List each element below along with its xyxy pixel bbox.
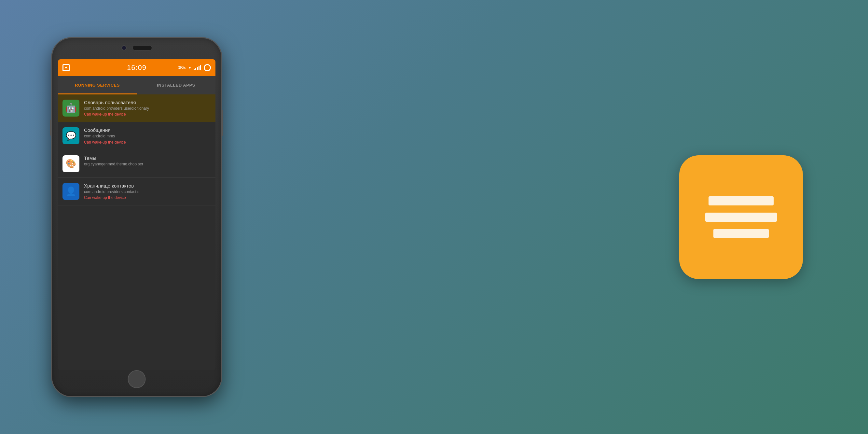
app-icon-line-1 <box>709 196 774 206</box>
app-list: Словарь пользователя com.android.provide… <box>58 94 215 206</box>
app-name: Хранилище контактов <box>84 183 211 188</box>
app-info: Словарь пользователя com.android.provide… <box>84 100 211 117</box>
app-icon-themes <box>62 155 80 172</box>
tab-active-indicator <box>58 93 137 94</box>
network-icon: ▾ <box>189 65 191 70</box>
phone-volume-button <box>50 120 52 136</box>
app-package: com.android.providers.userdic tionary <box>84 106 211 111</box>
app-icon-messages <box>62 127 80 144</box>
app-info: Хранилище контактов com.android.provider… <box>84 183 211 200</box>
battery-icon <box>204 64 211 71</box>
signal-bar-4 <box>198 66 199 70</box>
list-item[interactable]: Сообщения com.android.mms Can wake-up th… <box>58 122 215 150</box>
phone-screen: 16:09 0B/s ▾ RUNNING SE <box>58 59 215 370</box>
tab-running-services[interactable]: RUNNING SERVICES <box>58 76 137 94</box>
app-wake-label: Can wake-up the device <box>84 140 211 145</box>
phone-mockup: 16:09 0B/s ▾ RUNNING SE <box>52 38 221 396</box>
phone-home-button[interactable] <box>128 370 146 388</box>
list-item[interactable]: Словарь пользователя com.android.provide… <box>58 94 215 122</box>
signal-bars <box>194 65 201 70</box>
app-name: Словарь пользователя <box>84 100 211 105</box>
status-bar-left <box>62 64 70 71</box>
app-name: Сообщения <box>84 127 211 133</box>
app-info: Темы org.cyanogenmod.theme.choo ser <box>84 155 211 168</box>
signal-bar-5 <box>200 65 201 70</box>
notification-icon <box>62 64 70 71</box>
list-item[interactable]: Темы org.cyanogenmod.theme.choo ser <box>58 150 215 178</box>
app-wake-label: Can wake-up the device <box>84 195 211 200</box>
list-item[interactable]: Хранилище контактов com.android.provider… <box>58 178 215 206</box>
tabs-bar: RUNNING SERVICES INSTALLED APPS <box>58 76 215 94</box>
app-icon-display <box>679 155 803 279</box>
signal-bar-2 <box>195 68 196 70</box>
signal-bar-3 <box>197 67 198 70</box>
phone-camera <box>121 45 127 51</box>
phone-body: 16:09 0B/s ▾ RUNNING SE <box>52 38 221 396</box>
app-icon-android <box>62 100 80 117</box>
app-icon-line-2 <box>705 213 777 222</box>
phone-top-bar <box>121 45 152 51</box>
app-package: org.cyanogenmod.theme.choo ser <box>84 162 211 167</box>
app-icon-line-3 <box>713 229 769 238</box>
app-wake-label: Can wake-up the device <box>84 112 211 117</box>
app-package: com.android.providers.contact s <box>84 189 211 195</box>
app-package: com.android.mms <box>84 134 211 139</box>
status-time: 16:09 <box>127 63 147 72</box>
status-bar-right: 0B/s ▾ <box>178 64 211 71</box>
signal-bar-1 <box>194 69 195 70</box>
phone-speaker <box>132 45 152 51</box>
app-icon-contacts <box>62 183 80 200</box>
tab-installed-apps[interactable]: INSTALLED APPS <box>137 76 215 94</box>
app-name: Темы <box>84 155 211 161</box>
phone-power-button <box>221 110 223 136</box>
status-bar: 16:09 0B/s ▾ <box>58 59 215 76</box>
app-info: Сообщения com.android.mms Can wake-up th… <box>84 127 211 145</box>
data-speed: 0B/s <box>178 65 186 70</box>
